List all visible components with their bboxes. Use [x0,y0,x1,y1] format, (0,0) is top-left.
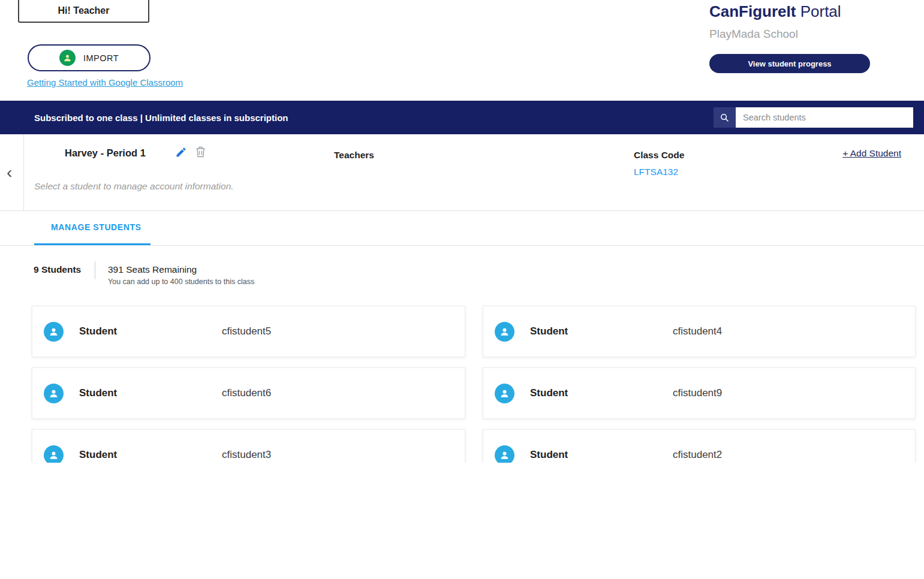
teacher-greeting-button[interactable]: Hi! Teacher [18,0,149,23]
student-name: Student [530,449,673,461]
student-avatar-icon [44,384,64,403]
class-name: Harvey - Period 1 [65,147,146,159]
student-name: Student [530,325,673,337]
student-card[interactable]: Student cfistudent6 [32,367,465,419]
google-classroom-icon [59,50,76,66]
student-count: 9 Students [34,264,81,275]
student-username: cfistudent4 [673,325,722,337]
collapse-rail: ‹ [0,134,24,211]
summary-divider [95,261,95,279]
teachers-column-label: Teachers [334,150,374,161]
tab-manage-students[interactable]: MANAGE STUDENTS [51,222,142,232]
google-classroom-link[interactable]: Getting Started with Google Classroom [27,77,183,88]
add-student-button[interactable]: + Add Student [842,148,901,159]
portal-title-bold: CanFigureIt [709,2,796,20]
search-input[interactable] [736,107,913,128]
student-avatar-icon [495,445,514,463]
portal-title: CanFigureIt Portal [709,2,841,21]
student-name: Student [79,325,222,337]
view-student-progress-button[interactable]: View student progress [709,54,870,73]
student-card-grid: Student cfistudent5 Student cfistudent4 … [32,306,916,463]
delete-class-icon[interactable] [195,146,206,158]
school-name: PlayMada School [709,28,798,41]
student-name: Student [79,449,222,461]
student-card[interactable]: Student cfistudent3 [32,429,465,463]
import-button[interactable]: IMPORT [28,44,151,71]
search-icon[interactable] [714,107,736,128]
class-code-label: Class Code [634,150,684,161]
greeting-label: Hi! Teacher [58,5,110,16]
student-name: Student [79,387,222,399]
student-avatar-icon [495,384,514,403]
students-summary: 9 Students 391 Seats Remaining You can a… [0,261,924,291]
seats-hint: You can add up to 400 students to this c… [108,278,254,286]
student-username: cfistudent6 [222,387,271,399]
student-card[interactable]: Student cfistudent2 [483,429,916,463]
portal-title-light: Portal [800,2,841,20]
student-name: Student [530,387,673,399]
student-avatar-icon [44,445,64,463]
class-panel: ‹ Harvey - Period 1 Teachers Class Code … [0,134,924,211]
student-username: cfistudent3 [222,449,271,461]
student-card[interactable]: Student cfistudent9 [483,367,916,419]
seats-remaining: 391 Seats Remaining [108,264,197,275]
class-code-value[interactable]: LFTSA132 [634,167,678,177]
subscription-bar: Subscribed to one class | Unlimited clas… [0,101,924,134]
top-header: Hi! Teacher IMPORT Getting Started with … [0,0,924,101]
select-student-hint: Select a student to manage account infor… [34,181,234,192]
student-card[interactable]: Student cfistudent5 [32,306,465,357]
student-card[interactable]: Student cfistudent4 [483,306,916,357]
active-tab-indicator [34,243,151,245]
student-username: cfistudent9 [673,387,722,399]
student-avatar-icon [44,322,64,342]
student-username: cfistudent5 [222,325,271,337]
student-search [714,107,913,128]
edit-class-icon[interactable] [175,146,187,158]
portal-page: Hi! Teacher IMPORT Getting Started with … [0,0,924,463]
tab-bar: MANAGE STUDENTS [0,211,924,246]
collapse-chevron-icon[interactable]: ‹ [7,164,12,181]
student-avatar-icon [495,322,514,342]
subscription-status: Subscribed to one class | Unlimited clas… [34,113,288,123]
student-username: cfistudent2 [673,449,722,461]
import-label: IMPORT [83,53,119,63]
